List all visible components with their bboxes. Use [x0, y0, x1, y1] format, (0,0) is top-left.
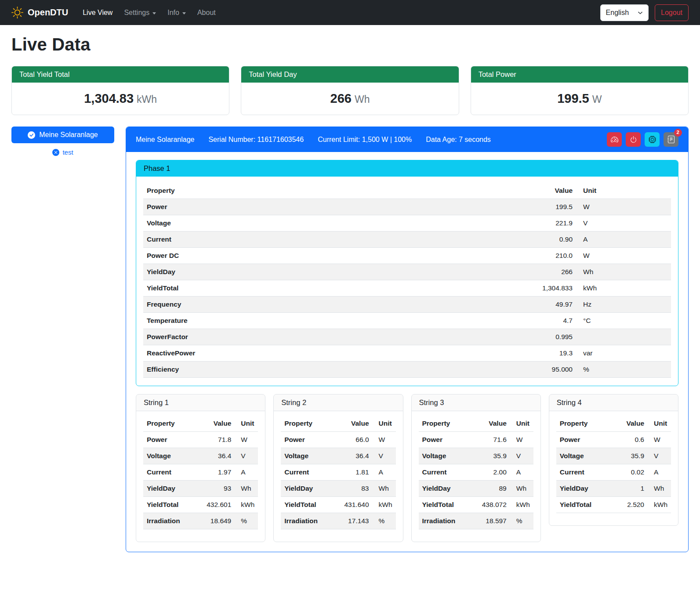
value-cell: 71.6 — [470, 432, 510, 448]
property-cell: YieldDay — [143, 264, 402, 280]
column-unit: Unit — [235, 416, 258, 432]
table-body: Power71.6WVoltage35.9VCurrent2.00AYieldD… — [419, 432, 533, 529]
nav-link-info[interactable]: Info — [162, 5, 192, 20]
table-header-row: Property Value Unit — [143, 183, 671, 199]
value-cell: 0.02 — [612, 464, 648, 481]
unit-cell: V — [510, 448, 533, 464]
inverter-card: Meine Solaranlage Serial Number: 1161716… — [126, 127, 689, 552]
sun-icon — [11, 7, 23, 18]
string-table: Property Value Unit Power0.6WVoltage35.9… — [556, 416, 671, 513]
navbar: OpenDTU Live View Settings Info About En… — [0, 0, 700, 25]
property-cell: Irradiation — [281, 513, 332, 529]
summary-cards-row: Total Yield Total 1,304.83kWh Total Yiel… — [11, 66, 689, 115]
table-row: Irradiation17.143% — [281, 513, 395, 529]
card-value: 266 — [330, 91, 352, 105]
inverter-sidebar: Meine Solaranlage test — [11, 127, 114, 156]
column-value: Value — [402, 183, 576, 199]
string-card-body: Property Value Unit Power71.8WVoltage36.… — [136, 411, 265, 542]
card-unit: W — [592, 94, 602, 105]
card-value: 199.5 — [557, 91, 589, 105]
value-cell: 266 — [402, 264, 576, 280]
table-row: YieldDay83Wh — [281, 481, 395, 497]
string-2-card: String 2 Property Value Unit — [273, 394, 403, 542]
property-cell: Current — [143, 232, 402, 248]
table-header: Property Value Unit — [556, 416, 671, 432]
device-info-button[interactable] — [645, 132, 660, 147]
string-1-card: String 1 Property Value Unit — [136, 394, 265, 542]
property-cell: Current — [281, 464, 332, 481]
nav-link-settings[interactable]: Settings — [118, 5, 162, 20]
property-cell: YieldDay — [281, 481, 332, 497]
nav-link-live-view[interactable]: Live View — [77, 5, 118, 20]
value-cell: 18.597 — [470, 513, 510, 529]
brand-link[interactable]: OpenDTU — [11, 7, 68, 18]
property-cell: Voltage — [556, 448, 612, 464]
value-cell: 0.995 — [402, 329, 576, 345]
sidebar-item-meine-solaranlage[interactable]: Meine Solaranlage — [11, 127, 114, 143]
page-title: Live Data — [11, 35, 689, 54]
power-toggle-button[interactable] — [626, 132, 641, 147]
table-header: Property Value Unit — [143, 183, 671, 199]
table-row: Voltage221.9V — [143, 215, 671, 232]
table-header-row: Property Value Unit — [556, 416, 671, 432]
inverter-card-header: Meine Solaranlage Serial Number: 1161716… — [126, 127, 688, 152]
table-header: Property Value Unit — [281, 416, 395, 432]
property-cell: Power DC — [143, 248, 402, 264]
chevron-down-icon — [638, 10, 643, 15]
table-row: Power0.6W — [556, 432, 671, 448]
table-body: Power199.5WVoltage221.9VCurrent0.90APowe… — [143, 199, 671, 378]
sidebar-item-test[interactable]: test — [11, 148, 114, 156]
nav-link-about[interactable]: About — [192, 5, 221, 20]
table-row: ReactivePower19.3var — [143, 345, 671, 362]
property-cell: Efficiency — [143, 362, 402, 378]
speedometer-icon — [611, 136, 618, 143]
sidebar-item-label: Meine Solaranlage — [39, 131, 98, 139]
unit-cell: °C — [576, 313, 671, 329]
limit-settings-button[interactable] — [607, 132, 622, 147]
unit-cell — [576, 329, 671, 345]
column-property: Property — [556, 416, 612, 432]
value-cell: 2.520 — [612, 497, 648, 513]
table-row: Power199.5W — [143, 199, 671, 215]
value-cell: 95.000 — [402, 362, 576, 378]
table-row: Power66.0W — [281, 432, 395, 448]
nav-link-settings-label: Settings — [124, 9, 149, 17]
table-row: Current1.97A — [143, 464, 258, 481]
unit-cell: A — [576, 232, 671, 248]
table-row: Current2.00A — [419, 464, 533, 481]
property-cell: YieldTotal — [281, 497, 332, 513]
property-cell: Voltage — [419, 448, 470, 464]
table-row: YieldTotal431.640kWh — [281, 497, 395, 513]
event-log-button[interactable]: 2 — [664, 132, 678, 147]
unit-cell: W — [373, 432, 396, 448]
property-cell: Power — [143, 432, 195, 448]
property-cell: PowerFactor — [143, 329, 402, 345]
card-title: Total Yield Day — [241, 66, 458, 83]
language-select[interactable]: English — [600, 4, 649, 21]
language-select-value: English — [606, 9, 629, 17]
property-cell: ReactivePower — [143, 345, 402, 362]
logout-button[interactable]: Logout — [655, 4, 689, 21]
string-table: Property Value Unit Power66.0WVoltage36.… — [281, 416, 395, 529]
phase-1-card: Phase 1 Property Value Unit Power199.5WV… — [136, 160, 678, 386]
table-row: Power DC210.0W — [143, 248, 671, 264]
unit-cell: W — [648, 432, 671, 448]
table-row: YieldDay1Wh — [556, 481, 671, 497]
column-value: Value — [612, 416, 648, 432]
inverter-actions: 2 — [607, 132, 678, 147]
unit-cell: Wh — [576, 264, 671, 280]
inverter-limit: Current Limit: 1,500 W | 100% — [318, 136, 412, 144]
inverter-data-age: Data Age: 7 seconds — [426, 136, 491, 144]
card-body: 1,304.83kWh — [12, 83, 229, 115]
value-cell: 221.9 — [402, 215, 576, 232]
unit-cell: kWh — [373, 497, 396, 513]
value-cell: 17.143 — [332, 513, 373, 529]
nav-link-info-label: Info — [167, 9, 179, 17]
value-cell: 199.5 — [402, 199, 576, 215]
unit-cell: A — [235, 464, 258, 481]
string-card-title: String 4 — [549, 394, 678, 411]
property-cell: YieldDay — [556, 481, 612, 497]
value-cell: 0.6 — [612, 432, 648, 448]
column-unit: Unit — [648, 416, 671, 432]
value-cell: 19.3 — [402, 345, 576, 362]
